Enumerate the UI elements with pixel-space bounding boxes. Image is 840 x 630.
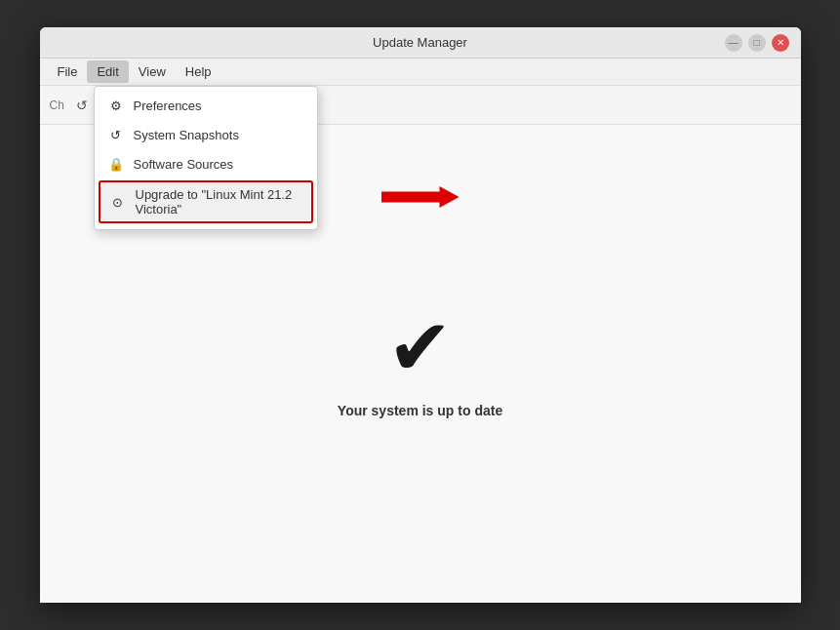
menu-view[interactable]: View [129, 60, 176, 83]
red-arrow-annotation [381, 186, 460, 208]
menu-edit[interactable]: Edit [87, 60, 128, 83]
minimize-button[interactable]: — [725, 34, 742, 52]
refresh-icon[interactable]: ↺ [76, 98, 88, 113]
menu-upgrade[interactable]: ⊙ Upgrade to "Linux Mint 21.2 Victoria" [99, 180, 313, 223]
arrow-shape [381, 186, 460, 208]
snapshots-icon: ↺ [108, 127, 124, 142]
preferences-label: Preferences [134, 98, 202, 113]
edit-menu: ⚙ Preferences ↺ System Snapshots 🔒 Softw… [94, 86, 318, 230]
main-window: Update Manager — □ ✕ File Edit View Help… [40, 27, 801, 603]
menu-preferences[interactable]: ⚙ Preferences [95, 91, 317, 120]
snapshots-label: System Snapshots [134, 128, 239, 142]
menu-help[interactable]: Help [176, 60, 221, 83]
menu-software-sources[interactable]: 🔒 Software Sources [95, 149, 317, 178]
upgrade-icon: ⊙ [110, 194, 126, 210]
checkmark-icon: ✔ [387, 309, 453, 387]
arrow-body [381, 186, 460, 208]
maximize-button[interactable]: □ [748, 34, 766, 52]
window-title: Update Manager [373, 35, 467, 50]
preferences-icon: ⚙ [108, 98, 124, 113]
close-button[interactable]: ✕ [772, 34, 789, 52]
window-controls: — □ ✕ [725, 34, 789, 52]
titlebar: Update Manager — □ ✕ [40, 27, 801, 59]
upgrade-label: Upgrade to "Linux Mint 21.2 Victoria" [136, 187, 301, 217]
menubar: File Edit View Help ⚙ Preferences ↺ Syst… [40, 59, 801, 86]
status-text: Your system is up to date [338, 403, 502, 418]
software-sources-label: Software Sources [134, 157, 234, 172]
menu-system-snapshots[interactable]: ↺ System Snapshots [95, 120, 317, 149]
menu-file[interactable]: File [48, 60, 88, 83]
software-sources-icon: 🔒 [108, 156, 124, 172]
toolbar-check-text: Ch [50, 98, 64, 112]
